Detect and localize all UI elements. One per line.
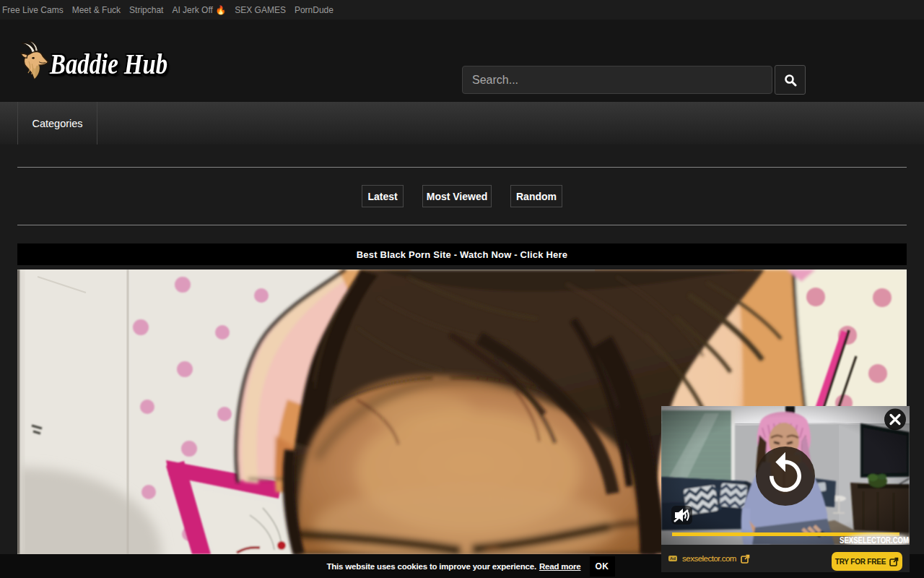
svg-text:SEXSELECTOR.COM: SEXSELECTOR.COM	[840, 535, 909, 545]
